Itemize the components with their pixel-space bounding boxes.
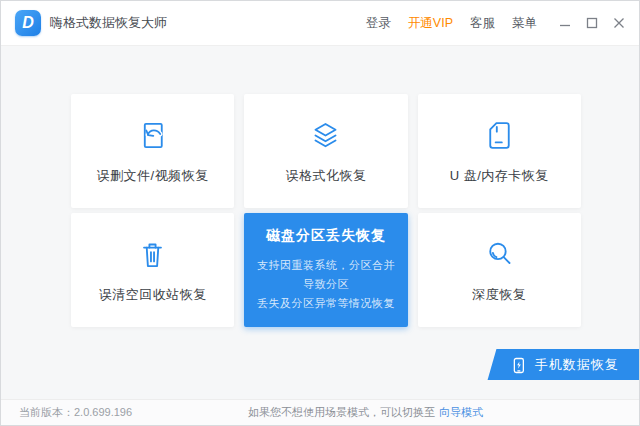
customer-service-link[interactable]: 客服 [470, 15, 495, 32]
card-recycle-bin-recovery[interactable]: 误清空回收站恢复 [71, 213, 234, 327]
login-link[interactable]: 登录 [366, 15, 391, 32]
statusbar: 当前版本：2.0.699.196 如果您不想使用场景模式，可以切换至向导模式 [1, 399, 639, 425]
card-description-line1: 支持因重装系统，分区合并导致分区 [244, 256, 407, 295]
menu-link[interactable]: 菜单 [512, 15, 537, 32]
card-label: 误清空回收站恢复 [99, 286, 207, 304]
trash-icon [134, 237, 171, 273]
mode-hint: 如果您不想使用场景模式，可以切换至向导模式 [248, 405, 483, 420]
card-title: 磁盘分区丢失恢复 [266, 227, 386, 245]
phone-recovery-banner-button[interactable]: 手机数据恢复 [488, 349, 640, 380]
feature-card-grid: 误删文件/视频恢复 误格式化恢复 U 盘/内存卡恢复 [71, 94, 581, 327]
minimize-button[interactable] [559, 17, 571, 29]
app-logo-icon: D [15, 10, 41, 36]
card-label: U 盘/内存卡恢复 [450, 167, 549, 185]
card-label: 误格式化恢复 [285, 167, 366, 185]
card-file-video-recovery[interactable]: 误删文件/视频恢复 [71, 94, 234, 208]
version-text: 当前版本：2.0.699.196 [19, 405, 132, 420]
app-window: D 嗨格式数据恢复大师 登录 开通VIP 客服 菜单 [0, 0, 640, 426]
card-label: 深度恢复 [472, 286, 526, 304]
app-title: 嗨格式数据恢复大师 [50, 14, 167, 32]
window-controls [559, 17, 625, 29]
mode-hint-text: 如果您不想使用场景模式，可以切换至 [248, 406, 435, 418]
layers-icon [307, 118, 344, 154]
close-button[interactable] [613, 17, 625, 29]
card-partition-loss-recovery[interactable]: 磁盘分区丢失恢复 支持因重装系统，分区合并导致分区 丢失及分区异常等情况恢复 [244, 213, 407, 327]
wizard-mode-link[interactable]: 向导模式 [439, 406, 483, 418]
card-format-recovery[interactable]: 误格式化恢复 [244, 94, 407, 208]
titlebar-nav: 登录 开通VIP 客服 菜单 [366, 15, 537, 32]
maximize-button[interactable] [586, 17, 598, 29]
card-usb-sdcard-recovery[interactable]: U 盘/内存卡恢复 [418, 94, 581, 208]
phone-icon [510, 356, 527, 373]
card-deep-recovery[interactable]: 深度恢复 [418, 213, 581, 327]
card-label: 误删文件/视频恢复 [97, 167, 209, 185]
card-description-line2: 丢失及分区异常等情况恢复 [247, 294, 405, 313]
banner-label: 手机数据恢复 [535, 356, 619, 374]
open-vip-link[interactable]: 开通VIP [408, 15, 453, 32]
titlebar: D 嗨格式数据恢复大师 登录 开通VIP 客服 菜单 [1, 1, 639, 46]
search-icon [481, 237, 518, 273]
sd-card-icon [481, 118, 518, 154]
file-restore-icon [134, 118, 171, 154]
